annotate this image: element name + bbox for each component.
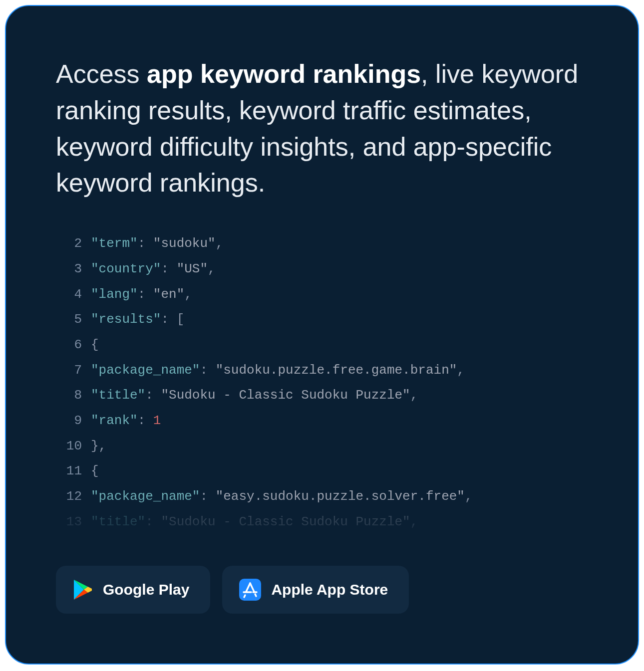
code-content: }, [91, 434, 106, 459]
code-line: 2"term": "sudoku", [56, 231, 588, 256]
code-line: 13"title": "Sudoku - Classic Sudoku Puzz… [56, 509, 588, 535]
line-number: 2 [56, 231, 82, 256]
code-content: "lang": "en", [91, 282, 192, 307]
feature-card: Access app keyword rankings, live keywor… [5, 5, 639, 665]
headline: Access app keyword rankings, live keywor… [56, 56, 588, 201]
code-line: 7"package_name": "sudoku.puzzle.free.gam… [56, 358, 588, 383]
code-line: 11{ [56, 458, 588, 484]
google-play-label: Google Play [103, 581, 189, 598]
google-play-icon [73, 579, 93, 601]
code-line: 8"title": "Sudoku - Classic Sudoku Puzzl… [56, 383, 588, 408]
code-sample: 2"term": "sudoku",3"country": "US",4"lan… [56, 231, 588, 554]
code-content: "country": "US", [91, 256, 216, 282]
store-buttons-row: Google Play Apple App Store [56, 566, 409, 614]
line-number: 13 [56, 509, 82, 535]
code-content: { [91, 458, 99, 484]
code-content: { [91, 332, 99, 358]
line-number: 11 [56, 458, 82, 484]
headline-pre: Access [56, 59, 147, 88]
line-number: 8 [56, 383, 82, 408]
code-content: "term": "sudoku", [91, 231, 223, 256]
code-content: "rank": 1 [91, 408, 161, 434]
line-number: 5 [56, 307, 82, 332]
code-line: 10}, [56, 434, 588, 459]
apple-app-store-button[interactable]: Apple App Store [222, 566, 409, 614]
code-line: 3"country": "US", [56, 256, 588, 282]
google-play-button[interactable]: Google Play [56, 566, 210, 614]
code-line: 6{ [56, 332, 588, 358]
code-content: "results": [ [91, 307, 184, 332]
svg-rect-0 [239, 579, 261, 601]
code-line: 4"lang": "en", [56, 282, 588, 307]
svg-line-6 [255, 594, 256, 596]
line-number: 10 [56, 434, 82, 459]
code-content: "package_name": "sudoku.puzzle.free.game… [91, 358, 465, 383]
code-content: "package_name": "easy.sudoku.puzzle.solv… [91, 484, 473, 509]
line-number: 6 [56, 332, 82, 358]
code-line: 12"package_name": "easy.sudoku.puzzle.so… [56, 484, 588, 509]
line-number: 9 [56, 408, 82, 434]
line-number: 12 [56, 484, 82, 509]
code-content: "title": "Sudoku - Classic Sudoku Puzzle… [91, 509, 418, 535]
headline-strong: app keyword rankings [147, 59, 421, 88]
code-line: 9"rank": 1 [56, 408, 588, 434]
svg-line-5 [244, 595, 245, 597]
apple-app-store-label: Apple App Store [271, 581, 388, 598]
line-number: 3 [56, 256, 82, 282]
code-line: 5"results": [ [56, 307, 588, 332]
line-number: 4 [56, 282, 82, 307]
app-store-icon [239, 579, 261, 601]
line-number: 7 [56, 358, 82, 383]
code-content: "title": "Sudoku - Classic Sudoku Puzzle… [91, 383, 418, 408]
